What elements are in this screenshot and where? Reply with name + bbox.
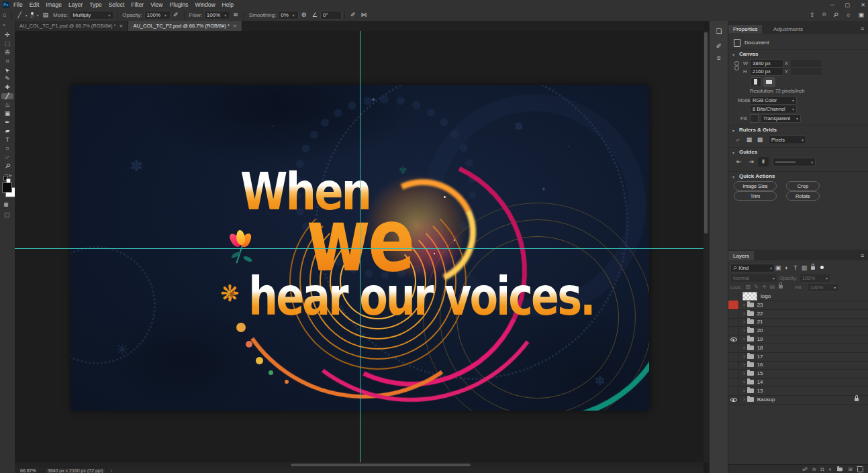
menu-help[interactable]: Help (222, 1, 234, 8)
layer-row[interactable]: ›18 (728, 344, 868, 353)
layer-name[interactable]: 18 (757, 345, 763, 351)
chevron-down-icon[interactable]: ▾ (36, 13, 38, 17)
menu-view[interactable]: View (150, 1, 162, 8)
fill-select[interactable]: Transparent▾ (761, 114, 801, 123)
pressure-opacity-icon[interactable]: ✐ (173, 12, 179, 18)
quick-actions-section-header[interactable]: Quick Actions (739, 173, 775, 179)
chevron-right-icon[interactable]: › (743, 327, 745, 333)
layer-row[interactable]: ›21 (728, 317, 868, 327)
vertical-guide[interactable] (360, 31, 360, 462)
layer-row[interactable]: ›14 (728, 378, 868, 387)
blend-mode-select[interactable]: Multiply▾ (70, 11, 114, 19)
panel-menu-icon[interactable]: ≡ (861, 25, 864, 32)
layer-filter-select[interactable]: ⚲Kind ▾ (730, 264, 775, 272)
layer-name[interactable]: logo (761, 293, 771, 299)
layer-name[interactable]: Backup (757, 397, 775, 403)
layer-name[interactable]: 23 (757, 302, 763, 308)
lock-artboard-icon[interactable]: ▤ (769, 283, 776, 291)
layer-visibility-toggle[interactable] (728, 395, 739, 404)
filter-smart-object-icon[interactable] (809, 264, 817, 272)
discover-icon[interactable]: ☼ (845, 11, 851, 18)
chevron-right-icon[interactable]: › (743, 336, 745, 342)
object-selection-tool[interactable]: ➤ (1, 67, 13, 73)
layer-row[interactable]: ›23 (728, 301, 868, 310)
chevron-right-icon[interactable]: › (743, 311, 745, 317)
brush-preset-picker[interactable]: 17 (30, 12, 34, 19)
guide-layout-icon[interactable]: ⇥ (746, 157, 757, 166)
ruler-icon[interactable]: ⌐ (734, 135, 743, 144)
brush-tool[interactable]: ╱ (1, 93, 13, 99)
layer-name[interactable]: 13 (757, 388, 763, 394)
chevron-down-icon[interactable]: ▾ (732, 52, 734, 57)
clone-stamp-tool[interactable]: ♨ (1, 102, 13, 108)
zoom-tool[interactable]: ⚲ (1, 163, 13, 169)
layer-visibility-toggle[interactable] (728, 360, 739, 369)
layer-row[interactable]: ›20 (728, 326, 868, 335)
chevron-down-icon[interactable]: ▾ (26, 13, 28, 17)
layer-visibility-toggle[interactable] (728, 326, 739, 335)
chevron-right-icon[interactable]: › (743, 362, 745, 368)
horizontal-scrollbar-thumb[interactable] (291, 464, 471, 466)
chevron-down-icon[interactable]: ▾ (732, 174, 734, 179)
tab-adjustments[interactable]: Adjustments (769, 25, 808, 34)
layer-row[interactable]: logo (728, 292, 868, 301)
menu-plugins[interactable]: Plugins (169, 1, 188, 8)
layer-visibility-toggle[interactable] (728, 317, 739, 326)
chevron-right-icon[interactable]: › (743, 397, 745, 403)
brush-angle-field[interactable]: 0° (320, 11, 342, 19)
share-icon[interactable]: ⇧ (810, 11, 815, 18)
search-icon[interactable]: ⚲ (832, 11, 840, 19)
status-chevron-icon[interactable]: › (111, 468, 112, 473)
tool-presets-panel-icon[interactable]: ≡ (713, 53, 725, 63)
layer-visibility-toggle[interactable] (728, 335, 739, 344)
layer-name[interactable]: 20 (757, 327, 763, 333)
fill-swatch[interactable] (750, 114, 759, 123)
layer-visibility-toggle[interactable] (728, 378, 739, 386)
adjustment-layer-icon[interactable]: ◐ (828, 466, 832, 472)
layer-name[interactable]: 21 (757, 319, 763, 325)
chevron-down-icon[interactable]: ▾ (732, 128, 734, 133)
layer-row[interactable]: ›Backup (728, 395, 868, 405)
airbrush-icon[interactable]: ≋ (233, 12, 238, 18)
crop-button[interactable]: Crop (786, 181, 820, 191)
new-guide-icon[interactable]: ⇤ (734, 157, 744, 166)
swap-colors-icon[interactable]: ⇄ (9, 173, 12, 178)
chevron-right-icon[interactable]: › (743, 388, 745, 394)
horizontal-guide[interactable] (15, 248, 704, 249)
layer-name[interactable]: 22 (757, 311, 763, 317)
close-icon[interactable]: ✕ (861, 2, 865, 8)
chevron-down-icon[interactable]: ▾ (732, 150, 734, 155)
tab-close-icon[interactable]: ✕ (119, 23, 124, 29)
symmetry-icon[interactable]: ⋈ (360, 12, 367, 18)
screen-mode-icon[interactable]: ▢ (4, 211, 10, 218)
lasso-tool[interactable]: ✇ (1, 50, 13, 56)
delete-layer-icon[interactable] (857, 468, 863, 472)
marquee-tool[interactable]: ⬚ (1, 41, 13, 47)
new-group-icon[interactable] (837, 467, 842, 471)
portrait-orientation-button[interactable] (750, 77, 762, 87)
layer-name[interactable]: 15 (757, 370, 763, 376)
tab-close-icon[interactable]: ✕ (233, 23, 237, 29)
grid-icon[interactable]: ▦ (744, 135, 754, 144)
layer-name[interactable]: 14 (757, 379, 763, 385)
chevron-right-icon[interactable]: › (743, 379, 745, 385)
filter-toggle[interactable] (820, 266, 824, 269)
eraser-tool[interactable]: ▰ (1, 128, 13, 134)
layer-visibility-toggle[interactable] (728, 386, 739, 395)
layer-row[interactable]: ›15 (728, 369, 868, 378)
filter-pixel-icon[interactable]: ▣ (774, 264, 782, 272)
new-layer-icon[interactable]: ⊞ (848, 466, 853, 472)
lock-paint-icon[interactable]: ✎ (753, 283, 760, 291)
opacity-select[interactable]: 100%▾ (144, 11, 171, 19)
workspace-icon[interactable]: ▣ (858, 11, 864, 18)
canvas-section-header[interactable]: Canvas (739, 51, 758, 57)
bit-depth-select[interactable]: 8 Bits/Channel▾ (750, 105, 797, 113)
shape-tool[interactable]: ○ (1, 146, 13, 152)
smoothing-gear-icon[interactable]: ⚙ (301, 12, 307, 18)
layer-visibility-toggle[interactable] (728, 301, 739, 309)
lock-move-icon[interactable]: ✛ (761, 283, 768, 291)
link-layers-icon[interactable]: ☍ (802, 466, 808, 472)
menu-window[interactable]: Window (195, 1, 215, 8)
tab-properties[interactable]: Properties (728, 25, 762, 34)
layer-name[interactable]: 16 (757, 362, 763, 368)
